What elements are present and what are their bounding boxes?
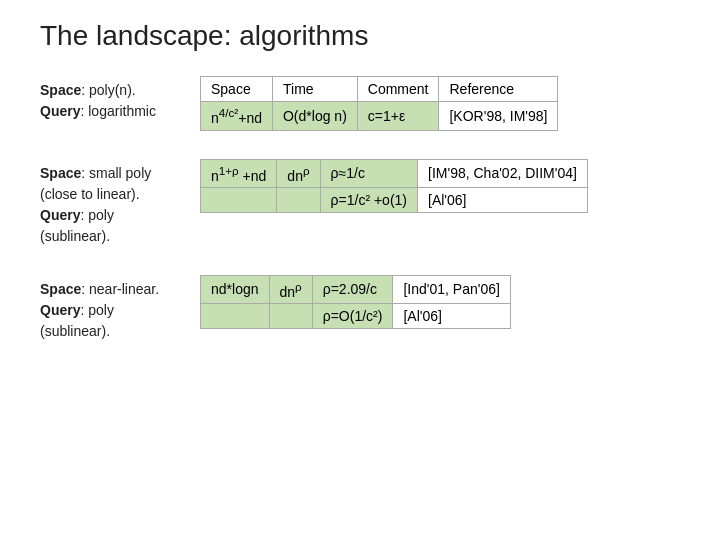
- col-comment-header: Comment: [357, 77, 439, 102]
- table-small-poly: n1+ρ +nd dnρ ρ≈1/c [IM'98, Cha'02, DIIM'…: [200, 159, 588, 214]
- section-small-poly-label-rest: : small poly: [81, 165, 151, 181]
- section-small-poly: Space: small poly (close to linear). Que…: [40, 159, 680, 247]
- section-near-linear: Space: near-linear. Query: poly (subline…: [40, 275, 680, 342]
- page-title: The landscape: algorithms: [40, 20, 680, 52]
- cell-space: nd*logn: [201, 275, 270, 304]
- cell-space: n4/c²+nd: [201, 102, 273, 131]
- section-small-poly-close: (close to linear).: [40, 186, 140, 202]
- col-space-header: Space: [201, 77, 273, 102]
- cell-comment: ρ≈1/c: [320, 159, 417, 188]
- col-reference-header: Reference: [439, 77, 558, 102]
- cell-comment: c=1+ε: [357, 102, 439, 131]
- section-poly-n-label: Space: poly(n). Query: logarithmic: [40, 76, 200, 122]
- cell-comment: ρ=1/c² +o(1): [320, 188, 417, 213]
- section-poly-n-query-label: Query: [40, 103, 80, 119]
- table-row: nd*logn dnρ ρ=2.09/c [Ind'01, Pan'06]: [201, 275, 511, 304]
- table-row: n1+ρ +nd dnρ ρ≈1/c [IM'98, Cha'02, DIIM'…: [201, 159, 588, 188]
- cell-time: [277, 188, 320, 213]
- section-near-linear-query-label: Query: [40, 302, 80, 318]
- section-near-linear-space-label: Space: [40, 281, 81, 297]
- cell-reference: [Al'06]: [418, 188, 588, 213]
- section-near-linear-query-rest: : poly: [80, 302, 113, 318]
- cell-space: [201, 188, 277, 213]
- section-near-linear-sublinear: (sublinear).: [40, 323, 110, 339]
- cell-comment: ρ=O(1/c²): [312, 304, 393, 329]
- section-near-linear-label-rest: : near-linear.: [81, 281, 159, 297]
- section-small-poly-space-label: Space: [40, 165, 81, 181]
- section-small-poly-query-label: Query: [40, 207, 80, 223]
- section-small-poly-label: Space: small poly (close to linear). Que…: [40, 159, 200, 247]
- cell-reference: [IM'98, Cha'02, DIIM'04]: [418, 159, 588, 188]
- cell-time: [269, 304, 312, 329]
- section-poly-n-label-rest: : poly(n).: [81, 82, 135, 98]
- cell-reference: [Ind'01, Pan'06]: [393, 275, 510, 304]
- table-row: n4/c²+nd O(d*log n) c=1+ε [KOR'98, IM'98…: [201, 102, 558, 131]
- cell-reference: [KOR'98, IM'98]: [439, 102, 558, 131]
- cell-space: n1+ρ +nd: [201, 159, 277, 188]
- table-poly-n: Space Time Comment Reference n4/c²+nd O(…: [200, 76, 558, 131]
- section-near-linear-label: Space: near-linear. Query: poly (subline…: [40, 275, 200, 342]
- cell-comment: ρ=2.09/c: [312, 275, 393, 304]
- cell-space: [201, 304, 270, 329]
- section-poly-n-space-label: Space: [40, 82, 81, 98]
- section-small-poly-query-rest: : poly: [80, 207, 113, 223]
- col-time-header: Time: [272, 77, 357, 102]
- section-poly-n-query-rest: : logarithmic: [80, 103, 155, 119]
- section-poly-n: Space: poly(n). Query: logarithmic Space…: [40, 76, 680, 131]
- cell-reference: [Al'06]: [393, 304, 510, 329]
- cell-time: dnρ: [269, 275, 312, 304]
- table-near-linear: nd*logn dnρ ρ=2.09/c [Ind'01, Pan'06] ρ=…: [200, 275, 511, 330]
- table-row: ρ=O(1/c²) [Al'06]: [201, 304, 511, 329]
- section-small-poly-sublinear: (sublinear).: [40, 228, 110, 244]
- table-row: ρ=1/c² +o(1) [Al'06]: [201, 188, 588, 213]
- cell-time: dnρ: [277, 159, 320, 188]
- cell-time: O(d*log n): [272, 102, 357, 131]
